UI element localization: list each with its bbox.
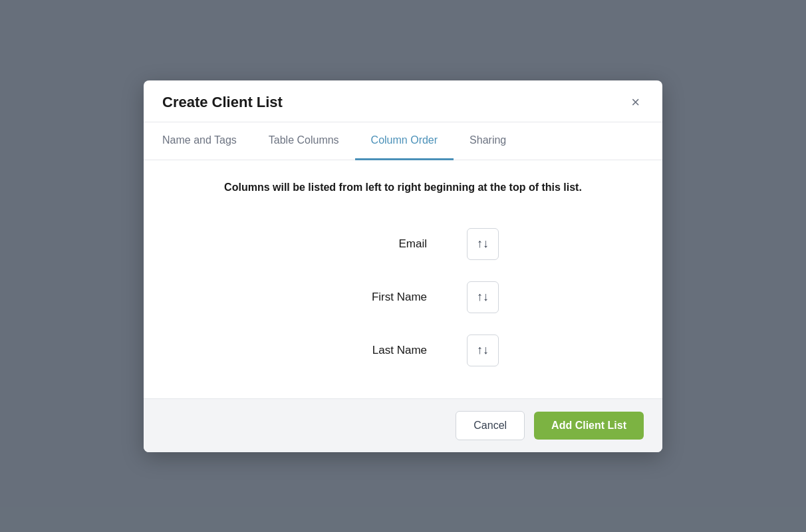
tab-column-order[interactable]: Column Order (355, 122, 454, 160)
close-button[interactable]: × (627, 94, 644, 111)
column-list: Email ↑↓ First Name ↑↓ Last Name ↑↓ (170, 217, 636, 377)
add-client-list-button[interactable]: Add Client List (534, 412, 644, 440)
modal-dialog: Create Client List × Name and Tags Table… (144, 80, 662, 452)
sort-button-lastname[interactable]: ↑↓ (467, 334, 499, 366)
sort-icon-email: ↑↓ (477, 237, 489, 251)
sort-icon-firstname: ↑↓ (477, 290, 489, 304)
sort-icon-lastname: ↑↓ (477, 343, 489, 357)
tab-table-columns[interactable]: Table Columns (253, 122, 355, 160)
table-row: Last Name ↑↓ (170, 324, 636, 377)
sort-button-email[interactable]: ↑↓ (467, 228, 499, 260)
modal-footer: Cancel Add Client List (144, 398, 662, 452)
table-row: Email ↑↓ (170, 217, 636, 271)
tab-name-and-tags[interactable]: Name and Tags (162, 122, 253, 160)
column-label-firstname: First Name (307, 291, 427, 304)
description-text: Columns will be listed from left to righ… (170, 182, 636, 194)
tab-sharing[interactable]: Sharing (454, 122, 522, 160)
modal-title: Create Client List (162, 94, 283, 111)
column-label-lastname: Last Name (307, 344, 427, 357)
table-row: First Name ↑↓ (170, 271, 636, 324)
cancel-button[interactable]: Cancel (456, 411, 525, 440)
modal-body: Columns will be listed from left to righ… (144, 160, 662, 398)
column-label-email: Email (307, 237, 427, 251)
sort-button-firstname[interactable]: ↑↓ (467, 281, 499, 313)
modal-header: Create Client List × (144, 80, 662, 122)
tab-bar: Name and Tags Table Columns Column Order… (144, 122, 662, 160)
